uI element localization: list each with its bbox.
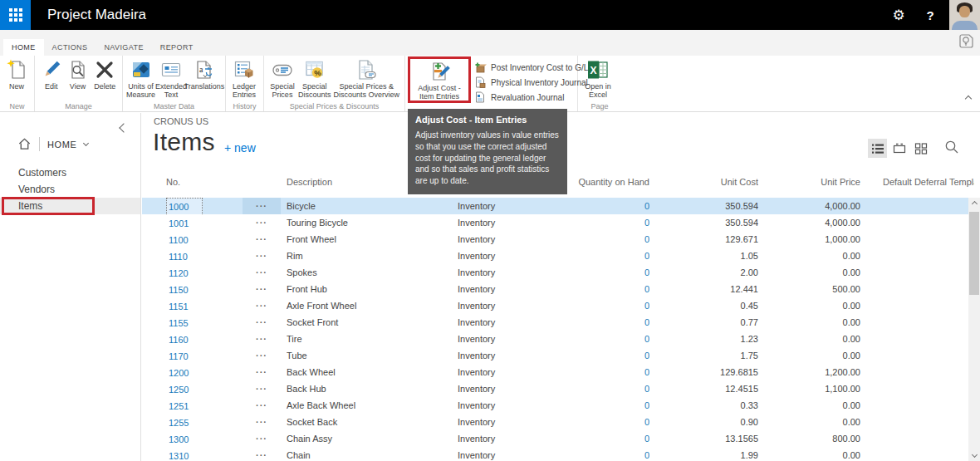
cell-type[interactable]: Inventory	[458, 297, 544, 314]
tab-report[interactable]: REPORT	[152, 39, 202, 56]
edit-button[interactable]: Edit	[38, 57, 65, 91]
feedback-lightbulb-icon[interactable]	[958, 33, 974, 52]
cell-no[interactable]: 1251	[166, 397, 231, 414]
cell-quantity-on-hand[interactable]: 0	[549, 331, 649, 347]
cell-quantity-on-hand[interactable]: 0	[549, 214, 649, 231]
help-button[interactable]: ?	[914, 0, 946, 30]
cell-default-deferral-template[interactable]	[883, 364, 968, 380]
list-view-button[interactable]	[868, 139, 887, 158]
row-ellipsis-button[interactable]: ···	[243, 331, 281, 347]
column-header-unit-price[interactable]: Unit Price	[757, 170, 860, 194]
cell-default-deferral-template[interactable]	[883, 331, 968, 347]
row-ellipsis-button[interactable]: ···	[243, 231, 281, 248]
sidebar-collapse-button[interactable]	[118, 117, 130, 137]
tab-home[interactable]: HOME	[3, 39, 44, 56]
column-header-no[interactable]: No.	[166, 170, 231, 194]
cell-unit-price[interactable]: 0.00	[757, 297, 860, 314]
cell-quantity-on-hand[interactable]: 0	[549, 231, 649, 248]
row-ellipsis-button[interactable]: ···	[243, 380, 281, 397]
cell-no[interactable]: 1200	[166, 364, 231, 380]
cell-no[interactable]: 1250	[166, 380, 231, 397]
cell-type[interactable]: Inventory	[458, 314, 544, 331]
cell-type[interactable]: Inventory	[458, 214, 544, 231]
cell-description[interactable]: Socket Front	[287, 314, 453, 331]
cell-unit-cost[interactable]: 350.594	[654, 214, 758, 231]
cell-quantity-on-hand[interactable]: 0	[549, 414, 649, 430]
special-prices-discounts-overview-button[interactable]: Special Prices & Discounts Overview	[332, 57, 401, 99]
cell-unit-price[interactable]: 500.00	[757, 281, 860, 297]
row-ellipsis-button[interactable]: ···	[243, 430, 281, 447]
table-row[interactable]: 1110 ··· Rim Inventory 0 1.05 0.00	[142, 248, 968, 264]
cell-default-deferral-template[interactable]	[883, 198, 968, 214]
row-ellipsis-button[interactable]: ···	[243, 414, 281, 430]
table-row[interactable]: 1251 ··· Axle Back Wheel Inventory 0 0.3…	[142, 397, 968, 414]
cell-description[interactable]: Spokes	[287, 264, 453, 281]
cell-quantity-on-hand[interactable]: 0	[549, 281, 649, 297]
cell-unit-cost[interactable]: 1.75	[654, 347, 758, 364]
row-ellipsis-button[interactable]: ···	[243, 214, 281, 231]
cell-unit-price[interactable]: 0.00	[757, 347, 860, 364]
cell-unit-cost[interactable]: 129.671	[654, 231, 758, 248]
row-ellipsis-button[interactable]: ···	[243, 447, 281, 461]
units-of-measure-button[interactable]: Units of Measure	[126, 57, 155, 99]
cell-unit-price[interactable]: 1,200.00	[757, 364, 860, 380]
cell-default-deferral-template[interactable]	[883, 264, 968, 281]
row-ellipsis-button[interactable]: ···	[243, 281, 281, 297]
table-row[interactable]: 1000 ··· Bicycle Inventory 0 350.594 4,0…	[142, 198, 968, 214]
cell-unit-price[interactable]: 4,000.00	[757, 198, 860, 214]
table-row[interactable]: 1151 ··· Axle Front Wheel Inventory 0 0.…	[142, 297, 968, 314]
cell-quantity-on-hand[interactable]: 0	[549, 380, 649, 397]
cell-quantity-on-hand[interactable]: 0	[549, 198, 649, 214]
cell-default-deferral-template[interactable]	[883, 297, 968, 314]
cell-no[interactable]: 1150	[166, 281, 231, 297]
cell-unit-price[interactable]: 0.00	[757, 447, 860, 461]
cell-type[interactable]: Inventory	[458, 198, 544, 214]
cell-default-deferral-template[interactable]	[883, 447, 968, 461]
cell-unit-price[interactable]: 0.00	[757, 264, 860, 281]
cell-type[interactable]: Inventory	[458, 331, 544, 347]
cell-type[interactable]: Inventory	[458, 397, 544, 414]
cell-quantity-on-hand[interactable]: 0	[549, 430, 649, 447]
sidebar-item-items[interactable]: Items	[0, 198, 140, 214]
cell-description[interactable]: Chain Assy	[287, 430, 453, 447]
cell-default-deferral-template[interactable]	[883, 380, 968, 397]
cell-unit-cost[interactable]: 13.1565	[654, 430, 758, 447]
cell-unit-cost[interactable]: 12.441	[654, 281, 758, 297]
settings-button[interactable]: ⚙	[883, 0, 914, 30]
column-header-default-deferral-template[interactable]: Default Deferral Template	[883, 170, 974, 194]
ribbon-collapse-button[interactable]	[963, 87, 973, 107]
column-header-unit-cost[interactable]: Unit Cost	[654, 170, 758, 194]
view-button[interactable]: View	[65, 57, 91, 91]
cell-description[interactable]: Chain	[287, 447, 453, 461]
cell-description[interactable]: Socket Back	[287, 414, 453, 430]
cell-quantity-on-hand[interactable]: 0	[549, 447, 649, 461]
cell-description[interactable]: Touring Bicycle	[287, 214, 453, 231]
cell-type[interactable]: Inventory	[458, 447, 544, 461]
delete-button[interactable]: Delete	[91, 57, 119, 91]
row-ellipsis-button[interactable]: ···	[243, 264, 281, 281]
cell-no[interactable]: 1110	[166, 248, 231, 264]
cell-quantity-on-hand[interactable]: 0	[549, 397, 649, 414]
special-discounts-button[interactable]: % Special Discounts	[297, 57, 332, 99]
row-ellipsis-button[interactable]: ···	[243, 297, 281, 314]
post-inventory-cost-button[interactable]: Post Inventory Cost to G/L	[474, 60, 588, 75]
cell-unit-cost[interactable]: 1.99	[654, 447, 758, 461]
cell-quantity-on-hand[interactable]: 0	[549, 314, 649, 331]
cell-default-deferral-template[interactable]	[883, 248, 968, 264]
cell-unit-cost[interactable]: 0.45	[654, 297, 758, 314]
cell-unit-price[interactable]: 800.00	[757, 430, 860, 447]
cell-no[interactable]: 1151	[166, 297, 231, 314]
app-launcher-button[interactable]	[0, 0, 31, 30]
table-row[interactable]: 1200 ··· Back Wheel Inventory 0 129.6815…	[142, 364, 968, 380]
row-ellipsis-button[interactable]: ···	[243, 347, 281, 364]
ledger-entries-button[interactable]: Ledger Entries	[229, 57, 259, 99]
cell-type[interactable]: Inventory	[458, 248, 544, 264]
cell-quantity-on-hand[interactable]: 0	[549, 347, 649, 364]
cell-unit-cost[interactable]: 1.05	[654, 248, 758, 264]
cell-unit-cost[interactable]: 12.4515	[654, 380, 758, 397]
table-row[interactable]: 1150 ··· Front Hub Inventory 0 12.441 50…	[142, 281, 968, 297]
cell-default-deferral-template[interactable]	[883, 347, 968, 364]
adjust-cost-item-entries-button[interactable]: Adjust Cost - Item Entries	[412, 59, 467, 101]
cell-description[interactable]: Tire	[287, 331, 453, 347]
vertical-scrollbar[interactable]	[968, 198, 980, 461]
